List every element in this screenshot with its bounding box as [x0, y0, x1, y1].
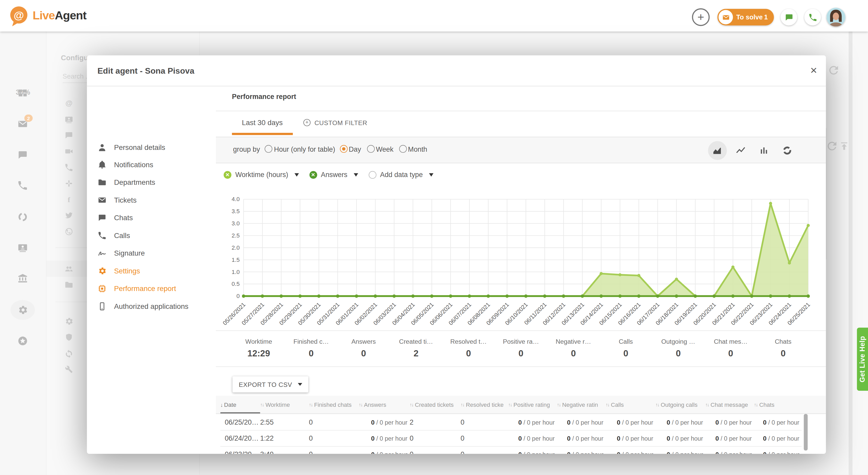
radio-label: Month	[408, 145, 427, 153]
add-button[interactable]: +	[692, 8, 710, 26]
liveagent-logo-icon[interactable]: @	[8, 5, 30, 27]
screen: 30% 2 Configur Search ... @EmCoChVidCaSl…	[0, 0, 868, 475]
table-cell: 1:22	[260, 434, 309, 442]
line-chart-button[interactable]	[731, 141, 750, 160]
area-chart-button[interactable]	[708, 141, 727, 160]
column-header-resolved-ticke[interactable]: ↑↓Resolved ticke	[461, 395, 508, 413]
table-cell: 0 / 0 per hour	[557, 451, 606, 454]
radio-label: Hour (only for table)	[274, 145, 335, 153]
modal-nav-notifications[interactable]: Notifications	[87, 158, 216, 172]
modal-nav-settings[interactable]: Settings	[87, 263, 216, 278]
sort-icon: ↑↓	[655, 402, 659, 407]
active-tab-indicator	[232, 133, 293, 135]
tab-last-30-days[interactable]: Last 30 days	[242, 110, 283, 134]
table-row[interactable]: 06/25/20…2:5500 / 0 per hour200 / 0 per …	[220, 414, 802, 431]
column-header-worktime[interactable]: ↑↓Worktime	[260, 395, 309, 413]
radio-hour-only-for-table-[interactable]	[265, 145, 273, 153]
donut-chart-button[interactable]	[778, 141, 797, 160]
modal-nav-tickets[interactable]: Tickets	[87, 193, 216, 208]
stat-chat-mes-: Chat mes…0	[704, 331, 757, 367]
report-icon	[98, 284, 106, 292]
series-chip-worktime-hours-[interactable]: ✕Worktime (hours)	[224, 171, 299, 179]
brand-name: LiveAgent	[33, 9, 86, 22]
table-scrollbar[interactable]	[804, 414, 808, 450]
chevron-down-icon	[429, 173, 433, 177]
to-solve-label: To solve	[736, 9, 763, 25]
radio-label: Week	[376, 145, 394, 153]
gear-icon	[98, 267, 106, 275]
modal-nav-signature[interactable]: Signature	[87, 246, 216, 260]
sort-icon: ↑↓	[754, 402, 757, 407]
remove-series-icon[interactable]: ✕	[309, 171, 317, 179]
to-solve-button[interactable]: To solve 1	[717, 9, 774, 25]
svg-text:2.0: 2.0	[231, 245, 240, 251]
table-cell: 0 / 0 per hour	[705, 451, 754, 454]
stat-finished-c-: Finished c…0	[285, 331, 337, 367]
table-cell: 06/23/20…	[220, 450, 260, 454]
sort-icon: ↑↓	[260, 402, 264, 407]
user-avatar[interactable]	[826, 8, 845, 27]
modal-nav-personal-details[interactable]: Personal details	[87, 140, 216, 155]
envelope-icon	[722, 13, 730, 21]
table-cell: 06/24/20…	[220, 434, 260, 442]
column-header-finished-chats[interactable]: ↑↓Finished chats	[309, 395, 359, 413]
table-cell: 0 / 0 per hour	[655, 451, 705, 454]
table-cell: 0 / 0 per hour	[655, 419, 705, 425]
table-row[interactable]: 06/24/20…1:2200 / 0 per hour000 / 0 per …	[220, 430, 802, 447]
smartphone-icon	[98, 302, 106, 310]
stat-resolved-t-: Resolved t…0	[442, 331, 495, 367]
bar-chart-button[interactable]	[754, 141, 773, 160]
column-header-negative-ratin[interactable]: ↑↓Negative ratin	[557, 395, 606, 413]
person-icon	[98, 143, 106, 152]
export-to-csv-button[interactable]: EXPORT TO CSV	[232, 376, 308, 392]
performance-chart: 00.51.01.52.02.53.03.54.005/26/202105/27…	[221, 183, 819, 328]
column-header-chats[interactable]: ↑↓Chats	[754, 395, 802, 413]
sort-icon: ↑↓	[508, 402, 512, 407]
chat-icon	[98, 214, 106, 222]
modal-nav-performance-report[interactable]: Performance report	[87, 281, 216, 296]
column-header-calls[interactable]: ↑↓Calls	[606, 395, 655, 413]
table-cell: 0 / 0 per hour	[359, 435, 410, 441]
column-header-positive-rating[interactable]: ↑↓Positive rating	[508, 395, 557, 413]
calls-button[interactable]	[804, 9, 821, 25]
column-header-date[interactable]: ↓Date	[220, 395, 260, 413]
series-chip-answers[interactable]: ✕Answers	[309, 171, 358, 179]
group-by-label: group by	[233, 145, 260, 153]
phone-icon	[98, 231, 106, 240]
sort-icon: ↓	[220, 402, 222, 408]
bar-chart-icon	[759, 145, 769, 155]
svg-text:0.5: 0.5	[231, 281, 240, 287]
circle-plus-icon	[304, 119, 311, 126]
modal-nav-chats[interactable]: Chats	[87, 211, 216, 225]
stat-outgoing-: Outgoing …0	[652, 331, 705, 367]
modal-nav-departments[interactable]: Departments	[87, 175, 216, 190]
get-live-help-button[interactable]: Get Live Help	[857, 328, 868, 391]
radio-day[interactable]	[340, 145, 348, 153]
table-header: ↓Date ↑↓Worktime ↑↓Finished chats ↑↓Answ…	[220, 395, 802, 413]
sort-icon: ↑↓	[557, 402, 560, 407]
modal-title: Edit agent - Sona Pisova	[97, 55, 194, 86]
radio-week[interactable]	[367, 145, 375, 153]
radio-month[interactable]	[399, 145, 407, 153]
sort-icon: ↑↓	[359, 402, 363, 407]
line-chart-icon	[736, 145, 746, 155]
table-cell: 0 / 0 per hour	[606, 435, 655, 441]
chats-button[interactable]	[781, 9, 797, 25]
remove-series-icon[interactable]: ✕	[224, 171, 231, 179]
modal-nav-calls[interactable]: Calls	[87, 228, 216, 243]
chat-bubble-icon	[785, 13, 793, 21]
column-header-outgoing-calls[interactable]: ↑↓Outgoing calls	[655, 395, 705, 413]
modal-nav-authorized-applications[interactable]: Authorized applications	[87, 299, 216, 314]
to-solve-count: 1	[764, 9, 768, 25]
table-cell: 2:55	[260, 418, 309, 426]
add-series-icon[interactable]	[368, 171, 376, 179]
table-cell: 2	[410, 418, 461, 426]
column-header-chat-message[interactable]: ↑↓Chat message	[705, 395, 754, 413]
series-chip-add-data-type[interactable]: Add data type	[368, 171, 433, 179]
close-icon[interactable]: ×	[810, 55, 817, 86]
column-header-created-tickets[interactable]: ↑↓Created tickets	[410, 395, 461, 413]
column-header-answers[interactable]: ↑↓Answers	[359, 395, 410, 413]
svg-text:@: @	[14, 9, 24, 21]
table-row[interactable]: 06/23/20…3:4900 / 0 per hour000 / 0 per …	[220, 446, 802, 454]
tab-custom-filter[interactable]: CUSTOM FILTER	[304, 110, 367, 134]
